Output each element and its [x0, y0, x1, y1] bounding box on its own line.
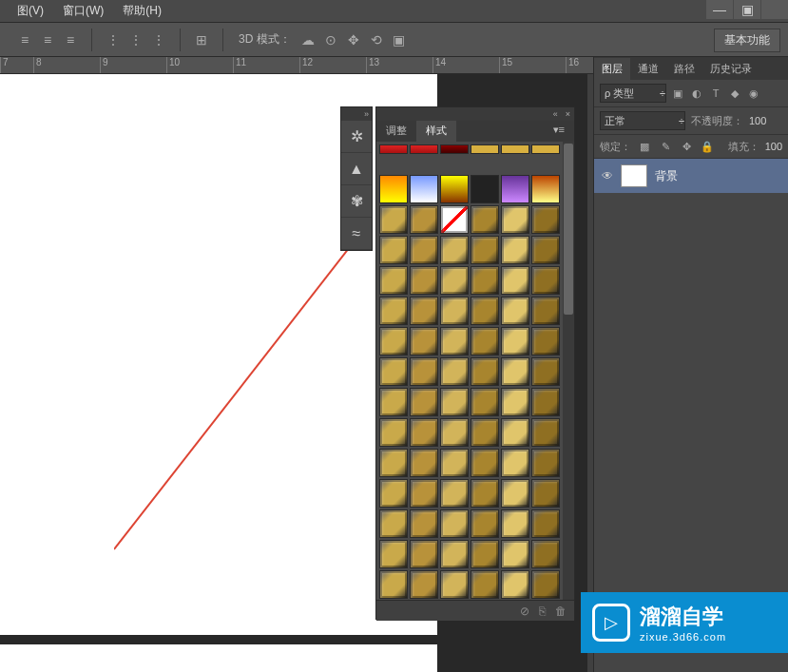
style-swatch[interactable]: [379, 205, 408, 234]
style-swatch[interactable]: [379, 509, 408, 538]
style-swatch[interactable]: [379, 449, 408, 477]
strip-collapse-icon[interactable]: »: [341, 107, 372, 121]
style-swatch[interactable]: [531, 479, 560, 508]
style-swatch[interactable]: [440, 205, 469, 234]
filter-shape-icon[interactable]: ◆: [727, 86, 742, 101]
style-swatch[interactable]: [471, 144, 499, 154]
style-swatch[interactable]: [379, 479, 408, 508]
style-swatch[interactable]: [379, 236, 408, 264]
style-swatch[interactable]: [471, 327, 499, 355]
style-swatch[interactable]: [471, 418, 499, 447]
restore-button[interactable]: ▣: [734, 0, 760, 19]
style-swatch[interactable]: [531, 327, 560, 355]
style-swatch[interactable]: [531, 236, 560, 264]
style-swatch[interactable]: [410, 570, 438, 599]
histogram-icon[interactable]: ▲: [341, 153, 372, 185]
delete-style-icon[interactable]: 🗑: [555, 605, 567, 618]
style-swatch[interactable]: [471, 479, 499, 508]
rotate-icon[interactable]: ⊙: [321, 30, 340, 49]
style-swatch[interactable]: [440, 509, 469, 538]
style-swatch[interactable]: [379, 388, 408, 416]
menu-view[interactable]: 图(V): [8, 0, 53, 22]
style-swatch[interactable]: [531, 540, 560, 568]
orbit-icon[interactable]: ☁: [298, 30, 317, 49]
style-swatch[interactable]: [471, 236, 499, 264]
style-swatch[interactable]: [379, 297, 408, 325]
style-swatch[interactable]: [501, 388, 529, 416]
tab-history[interactable]: 历史记录: [702, 58, 759, 80]
tab-layers[interactable]: 图层: [594, 58, 630, 80]
style-swatch[interactable]: [531, 449, 560, 477]
style-swatch[interactable]: [471, 357, 499, 386]
layer-name[interactable]: 背景: [655, 168, 678, 184]
dist-icon-3[interactable]: ⋮: [149, 30, 168, 49]
style-swatch[interactable]: [440, 297, 469, 325]
style-swatch[interactable]: [410, 509, 438, 538]
style-swatch[interactable]: [410, 388, 438, 416]
tab-paths[interactable]: 路径: [666, 58, 702, 80]
slide-icon[interactable]: ⟲: [367, 30, 386, 49]
style-swatch[interactable]: [501, 509, 529, 538]
style-swatch[interactable]: [379, 357, 408, 386]
style-swatch[interactable]: [501, 327, 529, 355]
style-swatch[interactable]: [531, 418, 560, 447]
style-swatch[interactable]: [501, 357, 529, 386]
style-swatch[interactable]: [379, 144, 408, 154]
style-swatch[interactable]: [410, 175, 438, 203]
tab-adjustments[interactable]: 调整: [376, 121, 416, 142]
style-swatch[interactable]: [471, 205, 499, 234]
tab-channels[interactable]: 通道: [630, 58, 666, 80]
style-swatch[interactable]: [440, 266, 469, 295]
blend-mode-select[interactable]: 正常÷: [600, 111, 685, 130]
navigator-icon[interactable]: ✲: [341, 121, 372, 153]
style-swatch[interactable]: [531, 388, 560, 416]
workspace-switcher[interactable]: 基本功能: [714, 29, 780, 52]
pan-icon[interactable]: ✥: [344, 30, 363, 49]
style-swatch[interactable]: [531, 144, 560, 154]
fill-value[interactable]: 100: [765, 141, 782, 152]
panel-menu-icon[interactable]: ▾≡: [544, 121, 574, 142]
new-style-icon[interactable]: ⎘: [539, 605, 546, 618]
style-swatch[interactable]: [501, 266, 529, 295]
style-swatch[interactable]: [379, 327, 408, 355]
style-swatch[interactable]: [501, 236, 529, 264]
style-swatch[interactable]: [501, 144, 529, 154]
style-swatch[interactable]: [410, 418, 438, 447]
style-swatch[interactable]: [379, 540, 408, 568]
filter-pixel-icon[interactable]: ▣: [670, 86, 685, 101]
style-swatch[interactable]: [410, 449, 438, 477]
style-swatch[interactable]: [410, 236, 438, 264]
style-swatch[interactable]: [410, 357, 438, 386]
canvas-secondary[interactable]: [0, 644, 437, 672]
style-swatch[interactable]: [471, 388, 499, 416]
style-swatch[interactable]: [440, 418, 469, 447]
close-button[interactable]: [761, 0, 788, 19]
style-swatch[interactable]: [440, 449, 469, 477]
panel-close-icon[interactable]: ×: [566, 109, 570, 119]
layer-thumbnail[interactable]: [621, 164, 647, 187]
lock-pixels-icon[interactable]: ✎: [658, 139, 673, 154]
style-swatch[interactable]: [379, 266, 408, 295]
style-swatch[interactable]: [440, 236, 469, 264]
style-swatch[interactable]: [410, 266, 438, 295]
style-swatch[interactable]: [410, 297, 438, 325]
style-swatch[interactable]: [531, 297, 560, 325]
lock-transparent-icon[interactable]: ▩: [637, 139, 652, 154]
style-swatch[interactable]: [501, 570, 529, 599]
align-icon-3[interactable]: ≡: [61, 30, 80, 49]
layer-row[interactable]: 👁 背景: [594, 159, 788, 193]
style-swatch[interactable]: [471, 449, 499, 477]
camera-icon[interactable]: ▣: [390, 30, 409, 49]
filter-smart-icon[interactable]: ◉: [746, 86, 761, 101]
style-swatch[interactable]: [440, 327, 469, 355]
style-swatch[interactable]: [471, 509, 499, 538]
style-swatch[interactable]: [410, 540, 438, 568]
menu-help[interactable]: 帮助(H): [113, 0, 171, 22]
dist-icon-1[interactable]: ⋮: [104, 30, 123, 49]
align-icon-2[interactable]: ≡: [38, 30, 57, 49]
style-swatch[interactable]: [531, 509, 560, 538]
style-swatch[interactable]: [501, 418, 529, 447]
menu-window[interactable]: 窗口(W): [53, 0, 113, 22]
style-swatch[interactable]: [379, 570, 408, 599]
minimize-button[interactable]: —: [706, 0, 733, 19]
